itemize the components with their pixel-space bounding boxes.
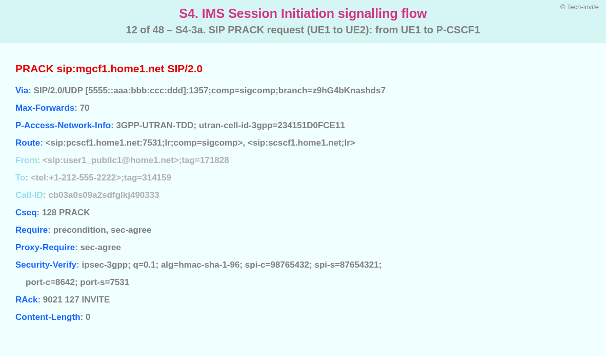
sip-header-row: Route: <sip:pcscf1.home1.net:7531;lr;com… xyxy=(15,134,591,152)
sip-header-row: Require: precondition, sec-agree xyxy=(15,221,591,239)
sip-message-content: PRACK sip:mgcf1.home1.net SIP/2.0 Via: S… xyxy=(0,43,606,356)
header-band: © Tech-invite S4. IMS Session Initiation… xyxy=(0,0,606,43)
sip-header-continuation-value: port-c=8642; port-s=7531 xyxy=(26,277,129,287)
sip-header-row: Security-Verify: ipsec-3gpp; q=0.1; alg=… xyxy=(15,256,591,274)
sip-header-row: Cseq: 128 PRACK xyxy=(15,204,591,221)
sip-header-value: : SIP/2.0/UDP [5555::aaa:bbb:ccc:ddd]:13… xyxy=(28,86,386,95)
sip-header-value: : <sip:pcscf1.home1.net:7531;lr;comp=sig… xyxy=(40,138,355,148)
sip-header-name: From xyxy=(15,155,37,165)
sip-header-row: Proxy-Require: sec-agree xyxy=(15,239,591,256)
sip-header-name: Call-ID xyxy=(15,190,43,200)
sip-header-value: : 70 xyxy=(74,103,89,113)
sip-header-row: Max-Forwards: 70 xyxy=(15,99,591,117)
sip-header-value: : <sip:user1_public1@home1.net>;tag=1718… xyxy=(37,155,229,165)
sip-header-row: Via: SIP/2.0/UDP [5555::aaa:bbb:ccc:ddd]… xyxy=(15,82,591,99)
sip-header-name: Via xyxy=(15,86,28,95)
page-title: S4. IMS Session Initiation signalling fl… xyxy=(0,6,606,21)
sip-header-name: Max-Forwards xyxy=(15,103,74,113)
sip-header-row: Call-ID: cb03a0s09a2sdfglkj490333 xyxy=(15,187,591,204)
sip-header-name: RAck xyxy=(15,295,37,305)
sip-header-row: RAck: 9021 127 INVITE xyxy=(15,291,591,309)
sip-headers-block: Via: SIP/2.0/UDP [5555::aaa:bbb:ccc:ddd]… xyxy=(15,82,591,326)
sip-header-name: Security-Verify xyxy=(15,260,76,270)
sip-header-value: : 9021 127 INVITE xyxy=(37,295,110,305)
sip-header-name: Route xyxy=(15,138,40,148)
copyright-text: © Tech-invite xyxy=(560,3,599,11)
sip-header-row: Content-Length: 0 xyxy=(15,309,591,326)
sip-header-name: P-Access-Network-Info xyxy=(15,120,111,130)
sip-header-value: : ipsec-3gpp; q=0.1; alg=hmac-sha-1-96; … xyxy=(76,260,381,270)
sip-header-row: P-Access-Network-Info: 3GPP-UTRAN-TDD; u… xyxy=(15,117,591,134)
sip-header-value: : 0 xyxy=(80,312,91,322)
sip-header-value: : <tel:+1-212-555-2222>;tag=314159 xyxy=(26,173,171,183)
sip-header-name: To xyxy=(15,173,26,183)
sip-header-value: : 128 PRACK xyxy=(37,208,90,217)
sip-header-name: Content-Length xyxy=(15,312,80,322)
sip-request-line: PRACK sip:mgcf1.home1.net SIP/2.0 xyxy=(15,63,591,75)
sip-header-row: From: <sip:user1_public1@home1.net>;tag=… xyxy=(15,152,591,169)
sip-header-value: : precondition, sec-agree xyxy=(48,225,151,235)
sip-header-value: : cb03a0s09a2sdfglkj490333 xyxy=(43,190,159,200)
sip-header-name: Cseq xyxy=(15,208,37,217)
sip-header-row: To: <tel:+1-212-555-2222>;tag=314159 xyxy=(15,169,591,187)
sip-header-value: : sec-agree xyxy=(75,242,121,252)
page-subtitle: 12 of 48 – S4-3a. SIP PRACK request (UE1… xyxy=(0,24,606,36)
sip-header-name: Require xyxy=(15,225,48,235)
sip-header-value: : 3GPP-UTRAN-TDD; utran-cell-id-3gpp=234… xyxy=(111,120,345,130)
sip-header-name: Proxy-Require xyxy=(15,242,75,252)
sip-header-continuation: port-c=8642; port-s=7531 xyxy=(15,274,591,291)
